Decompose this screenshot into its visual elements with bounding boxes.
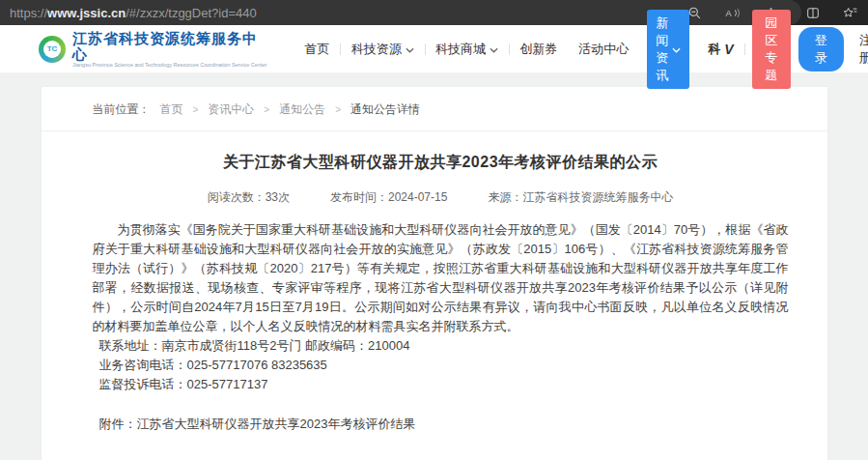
attachment-reference: 附件：江苏省大型科研仪器开放共享2023年考核评价结果 [93,415,789,434]
article-title: 关于江苏省大型科研仪器开放共享2023年考核评价结果的公示 [93,153,789,173]
register-link[interactable]: 注册 [859,32,868,67]
login-button[interactable]: 登录 [798,27,844,72]
content-card: 当前位置： 首页 > 资讯中心 > 通知公告 > 通知公告详情 关于江苏省大型科… [42,87,827,460]
article-meta: 阅读次数：33次 发布时间：2024-07-15 来源：江苏省科技资源统筹服务中… [93,189,789,206]
site-header: TC 江苏省科技资源统筹服务中心 Jiangsu Province Scienc… [0,25,868,73]
nav-voucher[interactable]: 创新券 [509,41,568,58]
page-background: 当前位置： 首页 > 资讯中心 > 通知公告 > 通知公告详情 关于江苏省大型科… [0,73,868,460]
breadcrumb-news-center[interactable]: 资讯中心 [208,101,254,118]
breadcrumb-separator: > [264,104,269,115]
split-screen-icon[interactable] [805,6,821,20]
site-logo[interactable]: TC 江苏省科技资源统筹服务中心 Jiangsu Province Scienc… [39,31,266,68]
chevron-down-icon [490,42,498,56]
breadcrumb: 当前位置： 首页 > 资讯中心 > 通知公告 > 通知公告详情 [42,87,827,131]
nav-kev-logo[interactable]: 科V [697,41,743,58]
contact-phone: 业务咨询电话：025-57717076 83235635 [93,356,789,375]
publish-time: 发布时间：2024-07-15 [330,189,447,206]
chevron-down-icon [672,42,681,56]
breadcrumb-separator: > [335,104,341,115]
contact-complaint-phone: 监督投诉电话：025-57717137 [93,375,789,394]
breadcrumb-separator: > [193,104,199,115]
announcement-paragraph: 为贯彻落实《国务院关于国家重大科研基础设施和大型科研仪器向社会开放的意见》（国发… [93,220,789,336]
contact-address: 联系地址：南京市成贤街118号2号门 邮政编码：210004 [93,336,789,356]
nav-activity[interactable]: 活动中心 [568,41,639,58]
article-body: 为贯彻落实《国务院关于国家重大科研基础设施和大型科研仪器向社会开放的意见》（国发… [93,220,789,460]
breadcrumb-label: 当前位置： [93,101,151,118]
logo-icon: TC [39,36,66,63]
site-title: 江苏省科技资源统筹服务中心 [72,31,266,62]
nav-news-active[interactable]: 新闻资讯 [647,10,689,89]
auth-area: 登录 注册 [798,27,868,72]
breadcrumb-home[interactable]: 首页 [160,101,183,118]
nav-park-special[interactable]: 园区专题 [752,10,791,89]
nav-home[interactable]: 首页 [294,41,340,58]
breadcrumb-current: 通知公告详情 [350,101,420,118]
nav-mall[interactable]: 科技商城 [425,41,509,58]
read-count: 阅读次数：33次 [208,189,290,206]
article: 关于江苏省大型科研仪器开放共享2023年考核评价结果的公示 阅读次数：33次 发… [42,131,827,460]
nav-resources[interactable]: 科技资源 [341,41,425,58]
breadcrumb-notices[interactable]: 通知公告 [279,101,325,118]
article-source: 来源：江苏省科技资源统筹服务中心 [488,189,673,206]
chevron-down-icon [406,42,414,56]
site-subtitle: Jiangsu Province Science and Technology … [72,62,266,68]
main-nav: 首页 科技资源 科技商城 创新券 活动中心 新闻资讯 科V 园区专题 [294,10,798,89]
collections-star-icon[interactable] [842,6,858,20]
